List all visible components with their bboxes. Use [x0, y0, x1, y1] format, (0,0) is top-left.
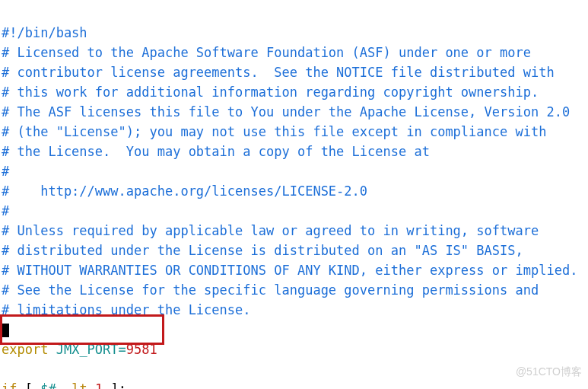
code-line: # See the License for the specific langu… — [2, 282, 539, 298]
number-literal: 1 — [95, 381, 103, 389]
code-line: # http://www.apache.org/licenses/LICENSE… — [2, 183, 367, 199]
space — [87, 381, 95, 389]
space — [48, 342, 56, 357]
semicolon: ; — [119, 381, 126, 389]
dollar-hash-var: $# — [40, 381, 56, 389]
code-block: #!/bin/bash # Licensed to the Apache Sof… — [0, 0, 588, 389]
space — [17, 381, 24, 389]
code-line: # limitations under the License. — [2, 302, 251, 317]
identifier-jmx-port: JMX_PORT — [56, 342, 119, 357]
equals-sign: = — [119, 342, 126, 357]
code-line: # contributor license agreements. See th… — [2, 65, 555, 80]
code-line: # — [2, 203, 9, 218]
code-line: # the License. You may obtain a copy of … — [2, 144, 430, 159]
code-line: # — [2, 164, 9, 179]
operator-lt: -lt — [64, 381, 87, 389]
code-line: # The ASF licenses this file to You unde… — [2, 104, 570, 120]
space — [33, 381, 40, 389]
code-line: #!/bin/bash — [2, 25, 87, 40]
number-literal: 9581 — [126, 342, 157, 357]
code-line: # Licensed to the Apache Software Founda… — [2, 45, 531, 60]
bracket-open: [ — [25, 381, 33, 389]
keyword-export: export — [2, 342, 48, 357]
code-line: # (the "License"); you may not use this … — [2, 124, 546, 139]
keyword-if: if — [2, 381, 17, 389]
space — [56, 381, 64, 389]
cursor-block-icon — [2, 324, 9, 337]
bracket-close: ] — [110, 381, 118, 389]
space — [103, 381, 110, 389]
code-line: # Unless required by applicable law or a… — [2, 223, 539, 238]
code-line: # WITHOUT WARRANTIES OR CONDITIONS OF AN… — [2, 263, 577, 278]
code-line: # distributed under the License is distr… — [2, 243, 523, 258]
code-line-export: export JMX_PORT=9581 — [2, 342, 157, 357]
code-line-if: if [ $# -lt 1 ]; — [2, 381, 126, 389]
code-line: # this work for additional information r… — [2, 84, 539, 100]
